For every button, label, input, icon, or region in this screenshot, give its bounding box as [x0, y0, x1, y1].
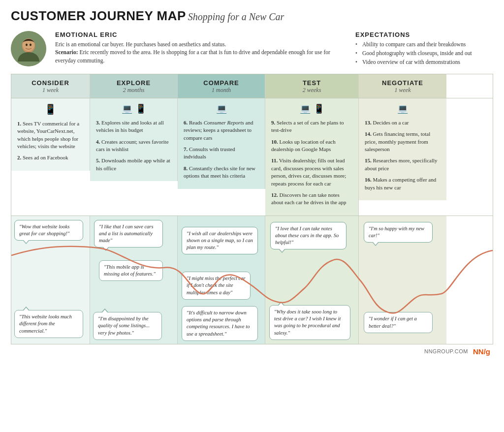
device-icons-test: 💻 📱: [271, 103, 352, 114]
phase-body-compare: 💻 6. Reads Consumer Reports and reviews;…: [178, 98, 265, 189]
tablet-icon: 📱: [135, 103, 146, 114]
action-15: 15. Researches more, specifically about …: [365, 157, 441, 172]
expectation-item-3: Video overview of car with demonstration…: [355, 58, 493, 66]
expectation-item-2: Good photography with closeups, inside a…: [355, 49, 493, 57]
footer-url: NNGROUP.COM: [424, 348, 468, 354]
negotiate-positive-bubble: "I'm so happy with my new car!": [364, 222, 433, 243]
emotion-cell-consider: "Wow that website looks great for car sh…: [11, 216, 90, 344]
action-12: 12. Discovers he can take notes about ea…: [271, 191, 352, 207]
action-10: 10. Looks up location of each dealership…: [271, 138, 352, 154]
consider-positive-bubble: "Wow that website looks great for car sh…: [14, 220, 83, 241]
explore-positive-bubble: "I like that I can save cars and a list …: [94, 220, 163, 248]
device-icons-negotiate: 💻: [365, 103, 441, 114]
persona-block: EMOTIONAL ERIC Eric is an emotional car …: [11, 31, 346, 66]
expectations-block: EXPECTATIONS Ability to compare cars and…: [355, 31, 493, 67]
action-13: 13. Decides on a car: [365, 119, 441, 126]
action-4: 4. Creates account; saves favorite cars …: [96, 138, 171, 154]
actions-negotiate: 13. Decides on a car 14. Gets financing …: [365, 119, 441, 191]
action-16: 16. Makes a competing offer and buys his…: [365, 176, 441, 191]
emotion-cell-explore: "I like that I can save cars and a list …: [90, 216, 178, 344]
action-9: 9. Selects a set of cars he plans to tes…: [271, 119, 352, 134]
phase-headers-row: CONSIDER 1 week EXPLORE 2 months COMPARE…: [11, 74, 493, 98]
action-3: 3. Explores site and looks at all vehicl…: [96, 119, 171, 134]
emotion-row: "Wow that website looks great for car sh…: [11, 216, 493, 344]
actions-compare: 6. Reads Consumer Reports and reviews; k…: [184, 119, 259, 180]
action-11: 11. Visits dealership; fills out lead ca…: [271, 157, 352, 187]
svg-point-5: [30, 43, 32, 46]
phase-bodies-row: 📱 1. Sees TV commerical for a website, Y…: [11, 98, 493, 216]
device-icons-explore: 💻 📱: [96, 103, 171, 114]
compare-negative1-bubble: "I might miss the perfect car if I don't…: [182, 272, 251, 300]
actions-explore: 3. Explores site and looks at all vehicl…: [96, 119, 171, 172]
actions-test: 9. Selects a set of cars he plans to tes…: [271, 119, 352, 207]
laptop-icon: 💻: [122, 103, 132, 114]
action-8: 8. Constantly checks site for new option…: [184, 165, 259, 180]
title-block: CUSTOMER JOURNEY MAP Shopping for a New …: [11, 9, 284, 23]
phase-header-consider: CONSIDER 1 week: [11, 74, 90, 98]
device-icons-compare: 💻: [184, 103, 259, 114]
expectation-item-1: Ability to compare cars and their breakd…: [355, 40, 493, 48]
consider-negative-bubble: "This website looks much different from …: [14, 310, 83, 338]
actions-consider: 1. Sees TV commerical for a website, You…: [17, 120, 84, 162]
journey-map: CONSIDER 1 week EXPLORE 2 months COMPARE…: [11, 74, 493, 344]
phase-body-consider: 📱 1. Sees TV commerical for a website, Y…: [11, 98, 90, 171]
phase-header-negotiate: NEGOTIATE 1 week: [359, 74, 446, 98]
phase-body-negotiate: 💻 13. Decides on a car 14. Gets financin…: [359, 98, 446, 200]
compare-negative2-bubble: "It's difficult to narrow down options a…: [182, 306, 258, 341]
action-7: 7. Consults with trusted indviduals: [184, 146, 259, 161]
compare-positive-bubble: "I wish all car dealerships were shown o…: [182, 227, 258, 255]
svg-point-4: [26, 43, 28, 46]
action-6: 6. Reads Consumer Reports and reviews; k…: [184, 119, 259, 142]
emotion-cell-negotiate: "I'm so happy with my new car!" "I wonde…: [359, 216, 446, 344]
header: CUSTOMER JOURNEY MAP Shopping for a New …: [11, 9, 493, 23]
explore-negative2-bubble: "I'm disappointed by the quality of some…: [93, 312, 162, 340]
laptop-icon-2: 💻: [216, 103, 227, 114]
negotiate-negative-bubble: "I wonder if I can get a better deal?": [364, 312, 433, 333]
action-1: 1. Sees TV commerical for a website, You…: [17, 120, 84, 151]
device-icons-consider: 📱: [17, 103, 84, 115]
persona-text: EMOTIONAL ERIC Eric is an emotional car …: [55, 31, 346, 65]
action-5: 5. Downloads mobile app while at his off…: [96, 157, 171, 172]
action-14: 14. Gets financing terms, total price, m…: [365, 130, 441, 153]
mobile-icon: 📱: [44, 103, 57, 115]
laptop-icon-3: 💻: [300, 103, 311, 114]
phase-header-compare: COMPARE 1 month: [178, 74, 265, 98]
expectations-list: Ability to compare cars and their breakd…: [355, 40, 493, 66]
page: CUSTOMER JOURNEY MAP Shopping for a New …: [0, 0, 504, 432]
laptop-icon-4: 💻: [397, 103, 408, 114]
phase-header-explore: EXPLORE 2 months: [90, 74, 178, 98]
phase-body-explore: 💻 📱 3. Explores site and looks at all ve…: [90, 98, 178, 181]
test-negative-bubble: "Why does it take sooo long to test driv…: [269, 305, 350, 340]
emotion-cell-compare: "I wish all car dealerships were shown o…: [178, 216, 265, 344]
footer: NNGROUP.COM NN/g: [11, 347, 493, 356]
nngroup-logo: NN/g: [473, 347, 490, 356]
test-positive-bubble: "I love that I can take notes about thes…: [270, 222, 346, 250]
main-title: CUSTOMER JOURNEY MAP Shopping for a New …: [11, 9, 284, 23]
action-2: 2. Sees ad on Facebook: [17, 154, 84, 161]
explore-negative1-bubble: "This mobile app is missing alot of feat…: [99, 260, 163, 281]
avatar: [11, 31, 46, 66]
phase-body-test: 💻 📱 9. Selects a set of cars he plans to…: [265, 98, 359, 216]
mobile-icon-2: 📱: [314, 103, 324, 114]
phase-header-test: TEST 2 weeks: [265, 74, 359, 98]
emotion-cell-test: "I love that I can take notes about thes…: [265, 216, 359, 344]
